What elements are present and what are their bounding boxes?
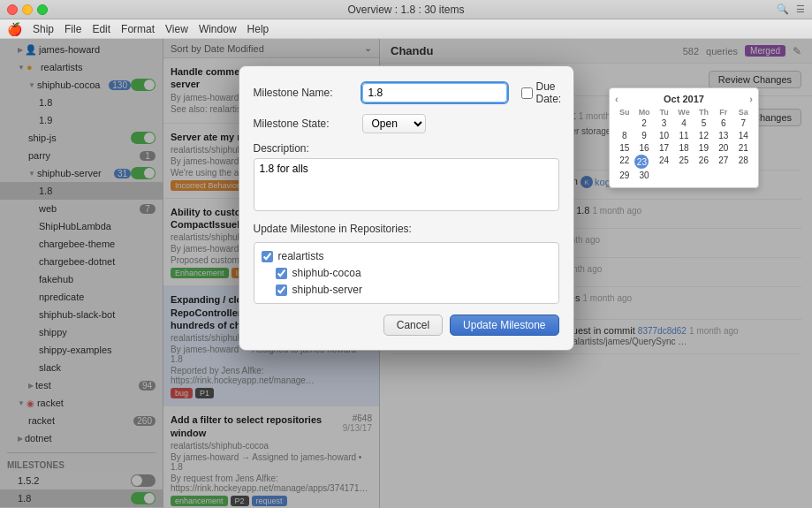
modal-state-row: Milestone State: Open Closed	[254, 114, 559, 133]
cal-day-7[interactable]: 7	[734, 118, 753, 129]
cal-days-grid: Su Mo Tu We Th Fr Sa 2 3 4 5 6 7 8 9 10 …	[615, 108, 753, 182]
shiphub-cocoa-checkbox[interactable]	[276, 268, 287, 279]
cal-day-8[interactable]: 8	[615, 130, 634, 141]
cal-day-10[interactable]: 10	[655, 130, 673, 141]
cal-day-27[interactable]: 27	[714, 155, 732, 169]
cal-hdr-tu: Tu	[655, 108, 673, 117]
modal-repos-section: Update Milestone in Repositories: realar…	[254, 223, 559, 304]
cal-hdr-th: Th	[694, 108, 713, 117]
cal-day-empty-2	[655, 170, 673, 181]
checkbox-realartists: realartists	[262, 250, 551, 262]
cal-hdr-mo: Mo	[634, 108, 653, 117]
maximize-button[interactable]	[37, 4, 48, 15]
search-icon[interactable]: 🔍	[777, 4, 789, 15]
due-date-checkbox-label: Due Date:	[521, 80, 562, 105]
cal-day-16[interactable]: 16	[634, 142, 653, 154]
cal-day-12[interactable]: 12	[694, 130, 713, 141]
cal-day-24[interactable]: 24	[655, 155, 673, 169]
cal-day-9[interactable]: 9	[634, 130, 653, 141]
cal-day-15[interactable]: 15	[615, 142, 634, 154]
app-body: ▶ 👤 james-howard ▼ ● realartists ▼ shiph…	[0, 39, 812, 508]
milestone-name-input[interactable]	[362, 83, 507, 102]
view-menu[interactable]: View	[165, 23, 188, 35]
cal-day-14[interactable]: 14	[734, 130, 753, 141]
cal-day-26[interactable]: 26	[694, 155, 713, 169]
due-date-section: Due Date:	[521, 80, 562, 105]
cal-hdr-fr: Fr	[714, 108, 732, 117]
menubar: 🍎 Ship File Edit Format View Window Help	[0, 19, 812, 39]
cal-day-empty-6	[734, 170, 753, 181]
cal-day-6[interactable]: 6	[714, 118, 732, 129]
milestone-state-label: Milestone State:	[254, 118, 355, 130]
apple-menu[interactable]: 🍎	[7, 22, 22, 36]
calendar-popup: ‹ Oct 2017 › Su Mo Tu We Th Fr Sa 2 3 4 …	[609, 87, 759, 188]
milestone-name-label: Milestone Name:	[254, 87, 355, 99]
menu-icon[interactable]: ☰	[796, 4, 805, 15]
cal-day-5[interactable]: 5	[694, 118, 713, 129]
realartists-checkbox[interactable]	[262, 251, 273, 262]
update-milestone-button[interactable]: Update Milestone	[450, 315, 558, 336]
cal-hdr-su: Su	[615, 108, 634, 117]
due-date-checkbox[interactable]	[521, 87, 533, 99]
file-menu[interactable]: File	[65, 23, 81, 35]
format-menu[interactable]: Format	[121, 23, 155, 35]
cal-day-22[interactable]: 22	[615, 155, 634, 169]
cal-day-3[interactable]: 3	[655, 118, 673, 129]
cal-day-empty-3	[674, 170, 693, 181]
cal-day-11[interactable]: 11	[674, 130, 693, 141]
cal-day-4[interactable]: 4	[674, 118, 693, 129]
milestone-state-select[interactable]: Open Closed	[362, 114, 426, 133]
due-date-label: Due Date:	[536, 80, 562, 105]
cal-day-18[interactable]: 18	[674, 142, 693, 154]
shiphub-server-label: shiphub-server	[292, 284, 362, 296]
description-textarea[interactable]: 1.8 for alls	[254, 158, 559, 211]
realartists-label: realartists	[278, 250, 324, 262]
shiphub-server-checkbox[interactable]	[276, 284, 287, 296]
cal-next-btn[interactable]: ›	[749, 94, 753, 104]
titlebar: Overview : 1.8 : 30 items 🔍 ☰	[0, 0, 812, 19]
cal-header: ‹ Oct 2017 ›	[615, 94, 753, 104]
cal-day-empty	[615, 118, 634, 129]
checkbox-shiphub-server: shiphub-server	[262, 284, 551, 296]
help-menu[interactable]: Help	[247, 23, 269, 35]
cancel-button[interactable]: Cancel	[383, 315, 443, 336]
cal-day-23-today[interactable]: 23	[634, 155, 649, 169]
checkbox-shiphub-cocoa: shiphub-cocoa	[262, 267, 551, 279]
close-button[interactable]	[7, 4, 18, 15]
cal-day-29[interactable]: 29	[615, 170, 634, 181]
cal-hdr-sa: Sa	[734, 108, 753, 117]
minimize-button[interactable]	[22, 4, 33, 15]
modal-actions: Cancel Update Milestone	[254, 315, 559, 336]
titlebar-right-icons: 🔍 ☰	[777, 4, 805, 15]
cal-day-17[interactable]: 17	[655, 142, 673, 154]
cal-day-19[interactable]: 19	[694, 142, 713, 154]
modal-overlay[interactable]: Milestone Name: Due Date: Milestone Stat…	[0, 39, 812, 508]
edit-menu[interactable]: Edit	[92, 23, 110, 35]
cal-day-2[interactable]: 2	[634, 118, 653, 129]
update-section-title: Update Milestone in Repositories:	[254, 223, 559, 235]
cal-month-label: Oct 2017	[664, 94, 704, 104]
cal-day-28[interactable]: 28	[734, 155, 753, 169]
ship-menu[interactable]: Ship	[33, 23, 54, 35]
repo-checkbox-group: realartists shiphub-cocoa shiphub-server	[254, 242, 559, 304]
cal-day-13[interactable]: 13	[714, 130, 732, 141]
window-title: Overview : 1.8 : 30 items	[347, 4, 464, 16]
cal-day-empty-4	[694, 170, 713, 181]
traffic-lights	[7, 4, 48, 15]
cal-day-30[interactable]: 30	[634, 170, 653, 181]
cal-day-25[interactable]: 25	[674, 155, 693, 169]
cal-hdr-we: We	[674, 108, 693, 117]
shiphub-cocoa-label: shiphub-cocoa	[292, 267, 361, 279]
cal-day-21[interactable]: 21	[734, 142, 753, 154]
cal-day-20[interactable]: 20	[714, 142, 732, 154]
modal-name-row: Milestone Name: Due Date:	[254, 80, 559, 105]
cal-prev-btn[interactable]: ‹	[615, 94, 618, 104]
cal-day-empty-5	[714, 170, 732, 181]
window-menu[interactable]: Window	[199, 23, 237, 35]
description-label: Description:	[254, 142, 559, 155]
modal-description-section: Description: 1.8 for alls	[254, 142, 559, 214]
edit-milestone-modal: Milestone Name: Due Date: Milestone Stat…	[239, 65, 574, 351]
